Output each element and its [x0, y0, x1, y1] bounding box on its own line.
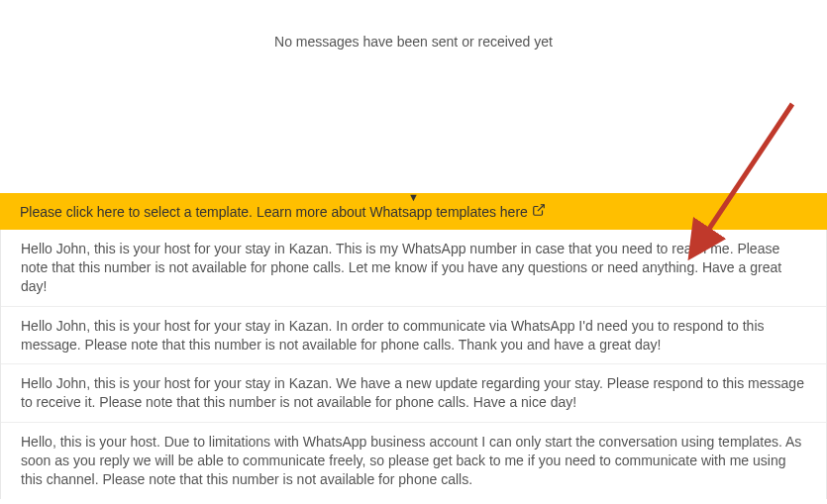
empty-message: No messages have been sent or received y…: [274, 34, 553, 50]
template-item[interactable]: Hello John, this is your host for your s…: [1, 307, 826, 365]
banner-text: Please click here to select a template. …: [20, 204, 496, 220]
template-item[interactable]: Hello, this is your host. Due to limitat…: [1, 423, 826, 499]
template-banner[interactable]: ▼ Please click here to select a template…: [0, 193, 827, 230]
learn-more-label: here: [500, 204, 528, 220]
chevron-down-icon: ▼: [408, 191, 419, 203]
empty-chat-area: No messages have been sent or received y…: [0, 0, 827, 193]
template-item[interactable]: Hello John, this is your host for your s…: [1, 230, 826, 307]
template-item[interactable]: Hello John, this is your host for your s…: [1, 364, 826, 423]
learn-more-link[interactable]: here: [500, 203, 546, 220]
external-link-icon: [532, 203, 546, 220]
svg-line-0: [538, 205, 544, 211]
template-list: Hello John, this is your host for your s…: [0, 230, 827, 499]
